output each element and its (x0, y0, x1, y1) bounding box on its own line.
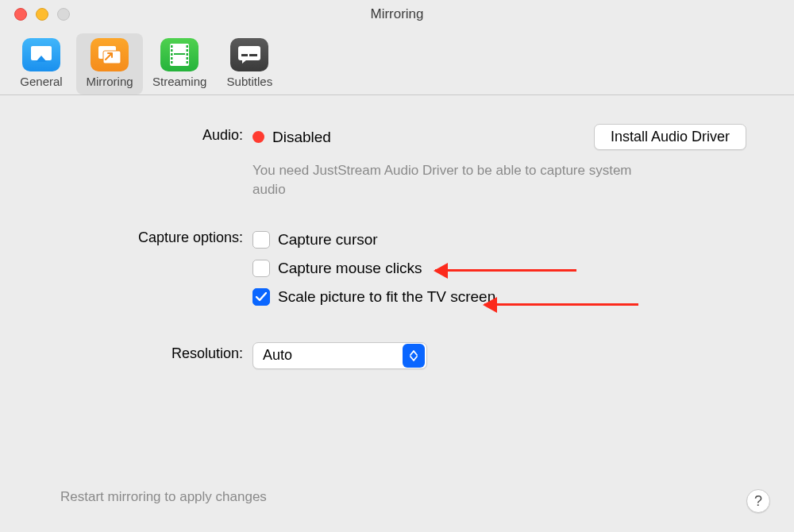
resolution-label: Resolution: (48, 342, 252, 362)
svg-rect-18 (238, 46, 260, 60)
annotation-arrow-icon (435, 269, 576, 272)
capture-cursor-option[interactable]: Capture cursor (252, 226, 746, 253)
capture-options-row: Capture options: Capture cursor Capture … (48, 226, 746, 310)
audio-hint: You need JustStream Audio Driver to be a… (252, 161, 665, 199)
tab-label: Streaming (152, 75, 206, 88)
titlebar: Mirroring (0, 0, 794, 29)
display-icon (22, 38, 60, 71)
resolution-select[interactable]: Auto (252, 342, 427, 369)
svg-rect-15 (187, 53, 189, 56)
svg-rect-13 (187, 45, 189, 48)
tab-subtitles[interactable]: Subtitles (216, 33, 283, 94)
checkbox-icon (252, 260, 270, 277)
audio-label: Audio: (48, 124, 252, 144)
window-title: Mirroring (0, 6, 794, 22)
option-label: Capture mouse clicks (278, 260, 422, 277)
footer-restart-note: Restart mirroring to apply changes (60, 489, 267, 505)
svg-rect-17 (187, 61, 189, 64)
question-mark-icon: ? (754, 493, 762, 510)
tab-streaming[interactable]: Streaming (145, 33, 214, 94)
annotation-arrow-icon (484, 303, 638, 306)
tab-label: General (20, 75, 62, 88)
audio-status-dot-icon (252, 131, 264, 143)
film-strip-icon (160, 38, 198, 71)
tab-label: Subtitles (227, 75, 273, 88)
svg-rect-11 (171, 57, 173, 60)
chevron-up-down-icon (403, 344, 425, 368)
svg-rect-6 (174, 44, 185, 53)
prefs-toolbar: General Mirroring Streaming Subtitles (0, 29, 794, 95)
content-area: Audio: Disabled Install Audio Driver You… (0, 95, 794, 391)
svg-rect-8 (171, 45, 173, 48)
svg-rect-14 (187, 49, 189, 52)
tab-general[interactable]: General (8, 33, 75, 94)
checkbox-icon (252, 231, 270, 249)
audio-status-text: Disabled (272, 129, 331, 146)
svg-rect-10 (171, 53, 173, 56)
svg-rect-9 (171, 49, 173, 52)
capture-mouse-clicks-option[interactable]: Capture mouse clicks (252, 255, 746, 282)
svg-rect-21 (249, 54, 257, 56)
resolution-row: Resolution: Auto (48, 342, 746, 369)
svg-rect-16 (187, 57, 189, 60)
tab-label: Mirroring (86, 75, 133, 88)
audio-row: Audio: Disabled Install Audio Driver You… (48, 124, 746, 199)
svg-rect-20 (241, 54, 248, 56)
scale-picture-option[interactable]: Scale picture to fit the TV screen (252, 283, 746, 310)
install-audio-driver-button[interactable]: Install Audio Driver (594, 124, 746, 150)
tab-mirroring[interactable]: Mirroring (76, 33, 143, 94)
mirroring-screens-icon (91, 38, 129, 71)
checkbox-icon (252, 288, 270, 306)
capture-options-label: Capture options: (48, 226, 252, 246)
svg-rect-12 (171, 61, 173, 64)
subtitles-icon (230, 38, 268, 71)
resolution-value: Auto (253, 347, 403, 364)
svg-rect-7 (174, 55, 185, 66)
option-label: Capture cursor (278, 231, 378, 249)
help-button[interactable]: ? (746, 489, 770, 513)
option-label: Scale picture to fit the TV screen (278, 288, 495, 306)
